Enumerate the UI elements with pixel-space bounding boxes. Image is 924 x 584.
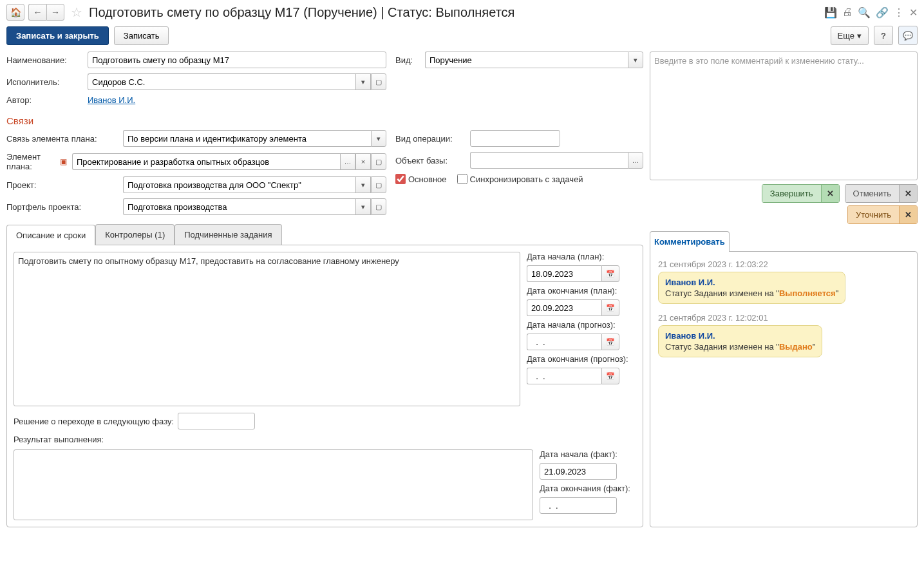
project-label: Проект: [6,180,119,190]
end-fc-input[interactable] [527,368,601,384]
tabs: Описание и сроки Контролеры (1) Подчинен… [6,224,643,245]
history-entry: 21 сентября 2023 г. 12:02:01 Иванов И.И.… [658,313,909,357]
executor-input[interactable] [88,73,355,90]
comment-toggle-icon[interactable]: 💬 [898,26,918,45]
result-label: Результат выполнения: [14,435,104,444]
end-plan-calendar-icon[interactable]: 📅 [601,299,619,316]
type-label: Вид: [395,55,421,65]
sync-checkbox-wrap[interactable]: Синхронизировать с задачей [457,174,583,184]
end-plan-input[interactable] [527,299,601,316]
description-textarea[interactable]: Подготовить смету по опытному образцу М1… [14,252,520,406]
start-plan-calendar-icon[interactable]: 📅 [601,265,619,282]
base-obj-picker-icon[interactable]: … [628,152,643,169]
history-panel: 21 сентября 2023 г. 12:03:22 Иванов И.И.… [650,251,918,527]
link-type-input[interactable] [123,130,371,147]
print-icon[interactable]: 🖨 [842,6,853,19]
history-text: Статус Задания изменен на "Выдано" [665,342,815,352]
save-button[interactable]: Записать [114,26,169,45]
more-button[interactable]: Еще▾ [831,26,869,45]
history-text: Статус Задания изменен на "Выполняется" [665,288,838,298]
start-fc-calendar-icon[interactable]: 📅 [601,334,619,350]
name-label: Наименование: [6,55,84,65]
link-type-label: Связь элемента плана: [6,134,119,144]
main-checkbox-label: Основное [408,174,447,184]
op-type-label: Вид операции: [395,134,466,144]
executor-label: Исполнитель: [6,77,84,87]
kebab-menu-icon[interactable]: ⋮ [894,6,904,19]
page-title: Подготовить смету по образцу М17 (Поруче… [89,5,820,20]
comment-action-link[interactable]: Комментировать [650,231,730,252]
forward-button[interactable]: → [46,4,64,21]
save-icon[interactable]: 💾 [824,6,837,19]
start-plan-label: Дата начала (план): [527,252,636,261]
phase-input[interactable] [178,413,255,429]
base-obj-input[interactable] [470,152,628,169]
result-textarea[interactable] [14,449,533,520]
author-link[interactable]: Иванов И.И. [88,95,135,105]
tab-controllers[interactable]: Контролеры (1) [95,224,174,245]
end-fc-label: Дата окончания (прогноз): [527,354,636,364]
top-toolbar: 🏠 ← → ☆ Подготовить смету по образцу М17… [6,4,918,21]
portfolio-input[interactable] [123,198,355,215]
base-obj-label: Объект базы: [395,156,466,165]
type-dropdown-icon[interactable]: ▾ [628,52,643,68]
name-input[interactable] [88,52,386,68]
plan-element-picker-icon[interactable]: … [340,153,355,170]
history-author: Иванов И.И. [665,331,815,341]
history-timestamp: 21 сентября 2023 г. 12:02:01 [658,313,909,323]
sync-checkbox[interactable] [457,174,467,184]
start-fc-label: Дата начала (прогноз): [527,320,636,330]
clarify-x-icon[interactable]: ✕ [899,206,917,223]
plan-element-icon: ▣ [60,157,67,166]
cancel-button[interactable]: Отменить✕ [845,184,918,203]
end-fact-input[interactable] [540,497,617,514]
tab-subtasks[interactable]: Подчиненные задания [174,224,281,245]
start-fc-input[interactable] [527,334,601,350]
complete-x-icon[interactable]: ✕ [821,185,839,202]
history-timestamp: 21 сентября 2023 г. 12:03:22 [658,259,909,269]
plan-element-open-icon[interactable]: ▢ [371,153,386,170]
complete-button[interactable]: Завершить✕ [762,184,840,203]
action-bar: Записать и закрыть Записать Еще▾ ? 💬 [6,26,918,45]
links-section-title: Связи [6,115,643,126]
history-entry: 21 сентября 2023 г. 12:03:22 Иванов И.И.… [658,259,909,304]
close-icon[interactable]: ✕ [909,6,918,19]
status-comment-input[interactable]: Введите в это поле комментарий к изменен… [650,52,918,180]
preview-icon[interactable]: 🔍 [858,6,871,19]
cancel-x-icon[interactable]: ✕ [899,185,917,202]
end-fc-calendar-icon[interactable]: 📅 [601,368,619,384]
project-open-icon[interactable]: ▢ [371,176,386,193]
portfolio-dropdown-icon[interactable]: ▾ [355,198,371,215]
executor-dropdown-icon[interactable]: ▾ [355,73,371,90]
favorite-star-icon[interactable]: ☆ [71,5,82,20]
start-fact-label: Дата начала (факт): [540,449,636,459]
home-button[interactable]: 🏠 [6,4,24,21]
project-dropdown-icon[interactable]: ▾ [355,176,371,193]
portfolio-open-icon[interactable]: ▢ [371,198,386,215]
end-plan-label: Дата окончания (план): [527,286,636,296]
executor-open-icon[interactable]: ▢ [371,73,386,90]
chevron-down-icon: ▾ [857,31,862,41]
project-input[interactable] [123,176,355,193]
link-type-dropdown-icon[interactable]: ▾ [371,130,386,147]
help-button[interactable]: ? [874,26,893,45]
save-close-button[interactable]: Записать и закрыть [6,26,109,45]
clarify-button[interactable]: Уточнить✕ [847,205,918,224]
type-input[interactable] [425,52,628,68]
phase-label: Решение о переходе в следующую фазу: [14,417,174,426]
plan-element-label: Элемент плана: [6,152,56,171]
op-type-input[interactable] [470,130,560,147]
plan-element-clear-icon[interactable]: × [355,153,371,170]
plan-element-input[interactable] [72,153,340,170]
sync-checkbox-label: Синхронизировать с задачей [470,174,583,184]
end-fact-label: Дата окончания (факт): [540,484,636,493]
main-checkbox[interactable] [395,174,406,184]
portfolio-label: Портфель проекта: [6,202,119,212]
back-button[interactable]: ← [28,4,46,21]
author-label: Автор: [6,95,84,105]
start-fact-input[interactable] [540,463,617,480]
tab-description[interactable]: Описание и сроки [6,225,95,245]
start-plan-input[interactable] [527,265,601,282]
link-icon[interactable]: 🔗 [876,6,889,19]
main-checkbox-wrap[interactable]: Основное [395,174,447,184]
